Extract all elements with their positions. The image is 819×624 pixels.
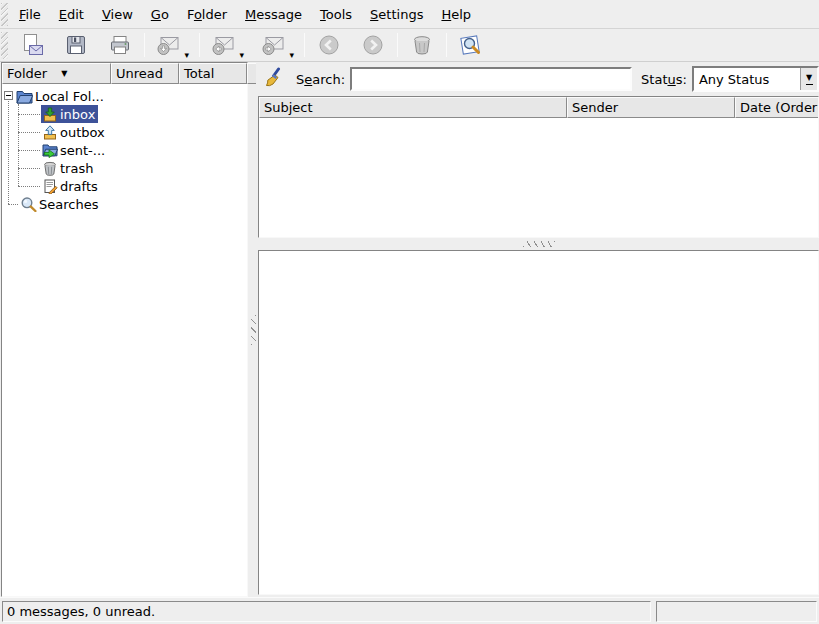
main-area: Folder ▼ Unread Total	[0, 62, 819, 597]
inbox-icon	[42, 107, 58, 122]
chevron-down-icon: ▾	[239, 51, 244, 60]
trash-button[interactable]	[405, 30, 439, 60]
previous-message-button[interactable]	[312, 30, 346, 60]
folder-label: Local Fol...	[35, 89, 104, 104]
chevron-down-icon: ▾	[184, 51, 189, 60]
arrow-right-circle-icon	[361, 33, 385, 57]
menu-file[interactable]: File	[10, 4, 50, 25]
status-label: Status:	[641, 72, 687, 87]
status-dropdown-value: Any Status	[694, 68, 800, 90]
menubar-grab-handle[interactable]	[1, 3, 8, 26]
new-message-button[interactable]	[15, 30, 49, 60]
toolbar-separator	[199, 33, 200, 57]
statusbar-message-count: 0 messages, 0 unread.	[2, 601, 651, 622]
chevron-down-icon: ▼	[806, 74, 812, 82]
folder-item-local-folders[interactable]: Local Fol...	[2, 87, 247, 105]
folder-label: trash	[60, 161, 93, 176]
find-messages-button[interactable]	[454, 30, 488, 60]
menu-view[interactable]: View	[93, 4, 142, 25]
quick-search-bar: Search: Status: Any Status ▼	[258, 62, 819, 96]
open-folder-icon	[16, 89, 33, 104]
menubar: File Edit View Go Folder Message Tools S…	[0, 0, 819, 29]
new-message-icon	[20, 33, 44, 57]
folder-item-inbox[interactable]: inbox	[2, 105, 247, 123]
folder-label: inbox	[60, 107, 95, 122]
menu-message[interactable]: Message	[236, 4, 311, 25]
trash-folder-icon	[42, 161, 58, 176]
folder-item-sent-mail[interactable]: sent-...	[2, 141, 247, 159]
message-panel: Search: Status: Any Status ▼ Subject Sen…	[258, 62, 819, 597]
menu-go[interactable]: Go	[142, 4, 178, 25]
column-header-date[interactable]: Date (Order of Arrival)	[735, 97, 818, 118]
print-button[interactable]	[103, 30, 137, 60]
toolbar-separator	[446, 33, 447, 57]
toolbar-separator	[304, 33, 305, 57]
status-dropdown[interactable]: Any Status ▼	[692, 66, 819, 92]
forward-icon	[261, 33, 285, 57]
search-input[interactable]	[350, 67, 632, 91]
splitter-grip	[251, 315, 256, 345]
sort-descending-icon: ▼	[61, 64, 67, 83]
next-message-button[interactable]	[356, 30, 390, 60]
forward-button[interactable]: ▾	[257, 30, 297, 60]
chevron-down-icon: ▾	[289, 51, 294, 60]
message-preview-pane	[258, 250, 819, 595]
message-list-body[interactable]	[259, 118, 818, 237]
save-icon	[64, 33, 88, 57]
column-header-sender[interactable]: Sender	[567, 97, 735, 118]
message-list: Subject Sender Date (Order of Arrival)	[258, 96, 819, 238]
sent-mail-icon	[42, 143, 58, 158]
folder-item-trash[interactable]: trash	[2, 159, 247, 177]
drafts-icon	[42, 179, 58, 194]
column-header-subject[interactable]: Subject	[259, 97, 567, 118]
folder-panel: Folder ▼ Unread Total	[1, 62, 248, 597]
statusbar: 0 messages, 0 unread.	[0, 597, 819, 624]
arrow-left-circle-icon	[317, 33, 341, 57]
message-list-header: Subject Sender Date (Order of Arrival)	[259, 97, 818, 118]
folder-list-header: Folder ▼ Unread Total	[2, 63, 247, 84]
folder-tree: Local Fol... inbox	[2, 84, 247, 596]
folder-label: sent-...	[60, 143, 105, 158]
menu-folder[interactable]: Folder	[178, 4, 236, 25]
menu-edit[interactable]: Edit	[50, 4, 93, 25]
toolbar-separator	[144, 33, 145, 57]
broom-icon	[263, 67, 287, 91]
search-label: Search:	[296, 72, 345, 87]
menu-help[interactable]: Help	[432, 4, 480, 25]
find-messages-icon	[458, 32, 484, 58]
vertical-splitter[interactable]	[248, 62, 258, 597]
status-dropdown-arrow-button[interactable]: ▼	[800, 68, 817, 90]
toolbar-grab-handle[interactable]	[1, 32, 8, 59]
folder-label: drafts	[60, 179, 98, 194]
check-mail-icon	[156, 33, 180, 57]
clear-search-button[interactable]	[262, 66, 288, 92]
toolbar: ▾ ▾ ▾	[0, 29, 819, 62]
check-mail-button[interactable]: ▾	[152, 30, 192, 60]
column-header-unread[interactable]: Unread	[111, 63, 179, 84]
horizontal-splitter[interactable]	[258, 238, 819, 250]
folder-label: Searches	[39, 197, 98, 212]
menu-tools[interactable]: Tools	[311, 4, 361, 25]
folder-item-outbox[interactable]: outbox	[2, 123, 247, 141]
toolbar-separator	[397, 33, 398, 57]
folder-item-searches[interactable]: Searches	[2, 195, 247, 213]
folder-label: outbox	[60, 125, 105, 140]
folder-item-drafts[interactable]: drafts	[2, 177, 247, 195]
splitter-grip	[523, 241, 555, 247]
outbox-icon	[42, 125, 58, 140]
reply-button[interactable]: ▾	[207, 30, 247, 60]
column-header-total[interactable]: Total	[179, 63, 247, 84]
kmail-window: File Edit View Go Folder Message Tools S…	[0, 0, 819, 624]
save-button[interactable]	[59, 30, 93, 60]
column-header-folder[interactable]: Folder ▼	[2, 63, 111, 84]
trash-icon	[410, 33, 434, 57]
print-icon	[108, 33, 132, 57]
search-folder-icon	[20, 196, 37, 212]
reply-icon	[211, 33, 235, 57]
menu-settings[interactable]: Settings	[361, 4, 432, 25]
statusbar-secondary-panel	[656, 601, 817, 622]
